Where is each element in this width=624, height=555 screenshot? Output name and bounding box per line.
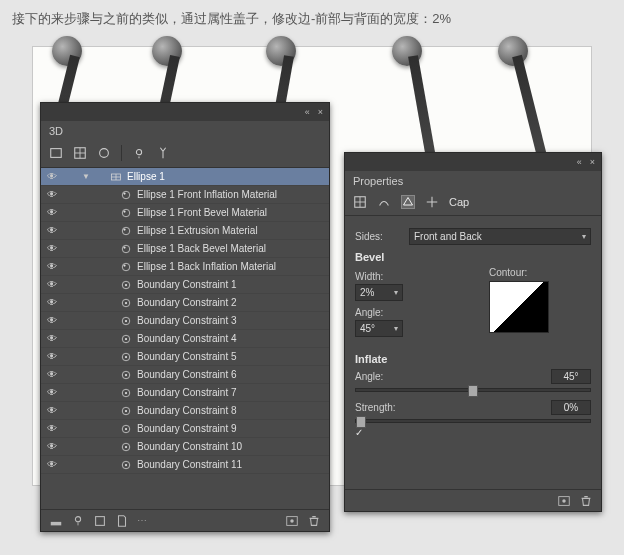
constraint-icon — [119, 404, 133, 418]
slider-thumb[interactable] — [468, 385, 478, 397]
visibility-eye-icon[interactable]: 👁 — [45, 459, 59, 470]
close-icon[interactable]: × — [590, 157, 597, 167]
layer-label: Boundary Constraint 7 — [137, 387, 325, 398]
layer-label: Boundary Constraint 3 — [137, 315, 325, 326]
render-icon[interactable] — [557, 494, 571, 508]
contour-preview[interactable] — [489, 281, 549, 333]
inflate-angle-value[interactable]: 45° — [551, 369, 591, 384]
visibility-eye-icon[interactable]: 👁 — [45, 369, 59, 380]
layer-row[interactable]: 👁Boundary Constraint 1 — [41, 276, 329, 294]
layer-label: Boundary Constraint 4 — [137, 333, 325, 344]
visibility-eye-icon[interactable]: 👁 — [45, 189, 59, 200]
coordinates-section-icon[interactable] — [425, 195, 439, 209]
visibility-eye-icon[interactable]: 👁 — [45, 333, 59, 344]
bevel-width-dropdown[interactable]: 2%▾ — [355, 284, 403, 301]
layer-row[interactable]: 👁Boundary Constraint 9 — [41, 420, 329, 438]
3d-tab[interactable]: 3D — [41, 121, 71, 139]
render-icon[interactable] — [285, 514, 299, 528]
collapse-arrows-icon[interactable]: « — [577, 157, 584, 167]
constraint-icon — [119, 422, 133, 436]
3d-panel: « × 3D 👁▼Ellipse 1👁Ellipse 1 Front Infla… — [40, 102, 330, 532]
visibility-eye-icon[interactable]: 👁 — [45, 297, 59, 308]
layer-row[interactable]: 👁Boundary Constraint 7 — [41, 384, 329, 402]
svg-point-38 — [75, 516, 80, 521]
inflate-strength-value[interactable]: 0% — [551, 400, 591, 415]
sides-dropdown[interactable]: Front and Back▾ — [409, 228, 591, 245]
properties-footbar — [345, 489, 601, 511]
svg-point-18 — [125, 301, 127, 303]
instruction-text: 接下的来步骤与之前的类似，通过属性盖子，修改边-前部与背面的宽度：2% — [0, 0, 624, 38]
light-filter-icon[interactable] — [132, 146, 146, 160]
layer-list[interactable]: 👁▼Ellipse 1👁Ellipse 1 Front Inflation Ma… — [41, 168, 329, 474]
layer-row[interactable]: 👁Ellipse 1 Back Inflation Material — [41, 258, 329, 276]
layer-row[interactable]: 👁Boundary Constraint 2 — [41, 294, 329, 312]
layer-row[interactable]: 👁Ellipse 1 Front Bevel Material — [41, 204, 329, 222]
svg-point-32 — [125, 427, 127, 429]
visibility-eye-icon[interactable]: 👁 — [45, 405, 59, 416]
svg-point-10 — [123, 228, 125, 230]
slider-thumb[interactable] — [356, 416, 366, 428]
layer-label: Boundary Constraint 2 — [137, 297, 325, 308]
inflate-strength-slider[interactable] — [355, 419, 591, 423]
delete-icon[interactable] — [307, 514, 321, 528]
layer-row[interactable]: 👁Boundary Constraint 6 — [41, 366, 329, 384]
visibility-eye-icon[interactable]: 👁 — [45, 315, 59, 326]
layer-row[interactable]: 👁Boundary Constraint 8 — [41, 402, 329, 420]
layer-row[interactable]: 👁Ellipse 1 Front Inflation Material — [41, 186, 329, 204]
visibility-eye-icon[interactable]: 👁 — [45, 423, 59, 434]
visibility-eye-icon[interactable]: 👁 — [45, 279, 59, 290]
visibility-eye-icon[interactable]: 👁 — [45, 351, 59, 362]
section-title: Cap — [449, 196, 469, 208]
close-icon[interactable]: × — [318, 107, 325, 117]
delete-icon[interactable] — [579, 494, 593, 508]
twisty-icon[interactable]: ▼ — [81, 172, 91, 181]
layer-row[interactable]: 👁Ellipse 1 Back Bevel Material — [41, 240, 329, 258]
reset-check-icon[interactable]: ✓ — [355, 427, 363, 438]
bevel-angle-dropdown[interactable]: 45°▾ — [355, 320, 403, 337]
svg-point-2 — [100, 149, 109, 158]
mesh-section-icon[interactable] — [353, 195, 367, 209]
layer-label: Boundary Constraint 5 — [137, 351, 325, 362]
layer-row[interactable]: 👁Boundary Constraint 5 — [41, 348, 329, 366]
svg-point-22 — [125, 337, 127, 339]
cap-section-icon[interactable] — [401, 195, 415, 209]
visibility-eye-icon[interactable]: 👁 — [45, 243, 59, 254]
material-icon — [119, 206, 133, 220]
layer-row[interactable]: 👁Boundary Constraint 3 — [41, 312, 329, 330]
material-filter-icon[interactable] — [97, 146, 111, 160]
camera-filter-icon[interactable] — [156, 146, 170, 160]
layer-row[interactable]: 👁Boundary Constraint 4 — [41, 330, 329, 348]
mesh-filter-icon[interactable] — [73, 146, 87, 160]
svg-marker-43 — [404, 198, 413, 206]
3d-filter-toolbar — [41, 139, 329, 168]
panel-tabbar: « × — [345, 153, 601, 171]
svg-point-5 — [122, 191, 130, 199]
visibility-eye-icon[interactable]: 👁 — [45, 207, 59, 218]
layer-row[interactable]: 👁Ellipse 1 Extrusion Material — [41, 222, 329, 240]
visibility-eye-icon[interactable]: 👁 — [45, 441, 59, 452]
add-light-icon[interactable] — [71, 514, 85, 528]
svg-rect-37 — [51, 521, 62, 525]
svg-point-6 — [123, 192, 125, 194]
layer-row[interactable]: 👁Boundary Constraint 11 — [41, 456, 329, 474]
inflate-angle-slider[interactable] — [355, 388, 591, 392]
layer-row[interactable]: 👁Boundary Constraint 10 — [41, 438, 329, 456]
properties-tab[interactable]: Properties — [345, 171, 411, 189]
page-icon[interactable] — [115, 514, 129, 528]
svg-point-34 — [125, 445, 127, 447]
layer-label: Ellipse 1 Front Inflation Material — [137, 189, 325, 200]
constraint-icon — [119, 314, 133, 328]
new-mesh-icon[interactable] — [93, 514, 107, 528]
layer-row[interactable]: 👁▼Ellipse 1 — [41, 168, 329, 186]
constraint-icon — [119, 368, 133, 382]
ground-plane-icon[interactable] — [49, 514, 63, 528]
constraint-icon — [119, 440, 133, 454]
visibility-eye-icon[interactable]: 👁 — [45, 387, 59, 398]
layer-label: Ellipse 1 Extrusion Material — [137, 225, 325, 236]
visibility-eye-icon[interactable]: 👁 — [45, 261, 59, 272]
collapse-arrows-icon[interactable]: « — [305, 107, 312, 117]
visibility-eye-icon[interactable]: 👁 — [45, 225, 59, 236]
visibility-eye-icon[interactable]: 👁 — [45, 171, 59, 182]
scene-filter-icon[interactable] — [49, 146, 63, 160]
deform-section-icon[interactable] — [377, 195, 391, 209]
